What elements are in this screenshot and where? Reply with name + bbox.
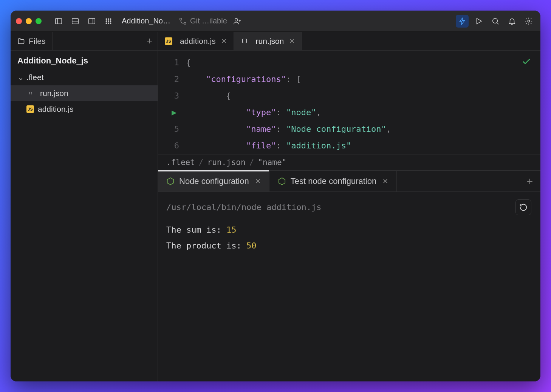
file-name: run.json bbox=[40, 89, 68, 98]
close-tab-icon[interactable]: ✕ bbox=[289, 37, 295, 45]
svg-line-21 bbox=[497, 22, 499, 24]
output-line: The sum is: 15 bbox=[166, 222, 532, 238]
add-panel-button[interactable]: + bbox=[147, 35, 152, 47]
add-run-tab-button[interactable]: + bbox=[527, 175, 533, 187]
grid-apps-icon[interactable] bbox=[102, 15, 115, 28]
folder-name: .fleet bbox=[26, 73, 44, 82]
rerun-button[interactable] bbox=[515, 199, 531, 215]
line-number: 2 bbox=[158, 71, 179, 88]
titlebar: Addition_No… Git …ilable bbox=[11, 11, 540, 32]
svg-point-9 bbox=[106, 20, 107, 22]
line-number-gutter: 1 2 3 ▶ 5 6 bbox=[158, 54, 186, 154]
minimize-window-button[interactable] bbox=[26, 18, 32, 24]
git-status[interactable]: Git …ilable bbox=[179, 17, 227, 25]
svg-point-15 bbox=[180, 18, 182, 20]
sidebar-tab-bar: Files + bbox=[11, 32, 158, 51]
run-tab-label: Test node configuration bbox=[291, 176, 377, 186]
svg-point-14 bbox=[110, 23, 111, 24]
line-number: 1 bbox=[158, 54, 179, 71]
panel-left-icon[interactable] bbox=[52, 15, 65, 28]
tab-label: run.json bbox=[256, 37, 284, 46]
breadcrumb-separator: / bbox=[199, 158, 204, 167]
project-root[interactable]: Addition_Node_js bbox=[11, 51, 158, 69]
svg-point-16 bbox=[184, 22, 186, 24]
app-window: Addition_No… Git …ilable Files + Additio… bbox=[11, 11, 540, 381]
run-gutter-icon[interactable]: ▶ bbox=[172, 104, 176, 121]
notifications-icon[interactable] bbox=[506, 15, 518, 28]
svg-point-20 bbox=[493, 18, 498, 23]
panel-right-icon[interactable] bbox=[85, 15, 98, 28]
breadcrumb-separator: / bbox=[249, 158, 254, 167]
tab-run-json[interactable]: run.json ✕ bbox=[234, 32, 302, 50]
run-command: /usr/local/bin/node addition.js bbox=[166, 199, 532, 215]
code-editor[interactable]: 1 2 3 ▶ 5 6 { "configurations": [ { "typ… bbox=[158, 51, 540, 154]
tab-addition-js[interactable]: JS addition.js ✕ bbox=[158, 32, 234, 50]
svg-marker-24 bbox=[279, 177, 285, 184]
window-controls bbox=[16, 18, 42, 24]
run-tab-node-config[interactable]: Node configuration ✕ bbox=[158, 171, 269, 191]
add-user-icon[interactable] bbox=[231, 15, 244, 28]
js-file-icon: JS bbox=[165, 37, 172, 45]
output-line: The product is: 50 bbox=[166, 238, 532, 254]
close-tab-icon[interactable]: ✕ bbox=[382, 177, 388, 185]
breadcrumb[interactable]: .fleet / run.json / "name" bbox=[158, 154, 540, 171]
window-title: Addition_No… bbox=[122, 17, 170, 25]
editor-tab-bar: JS addition.js ✕ run.json ✕ bbox=[158, 32, 540, 51]
file-tree: ⌄ .fleet run.json JS addition.js bbox=[11, 69, 158, 117]
nodejs-icon bbox=[166, 177, 175, 185]
run-output[interactable]: /usr/local/bin/node addition.js The sum … bbox=[158, 192, 540, 381]
svg-point-6 bbox=[106, 19, 107, 20]
tree-folder-fleet[interactable]: ⌄ .fleet bbox=[11, 69, 158, 85]
svg-point-7 bbox=[108, 19, 109, 20]
tree-file-addition-js[interactable]: JS addition.js bbox=[11, 101, 158, 117]
close-window-button[interactable] bbox=[16, 18, 22, 24]
files-tab-label: Files bbox=[29, 37, 45, 46]
svg-point-12 bbox=[106, 23, 107, 24]
files-tab[interactable]: Files bbox=[11, 32, 53, 50]
js-file-icon: JS bbox=[26, 105, 34, 113]
chevron-down-icon: ⌄ bbox=[17, 73, 26, 82]
svg-rect-0 bbox=[56, 18, 62, 24]
file-explorer: Files + Addition_Node_js ⌄ .fleet run.js… bbox=[11, 32, 158, 381]
run-icon[interactable] bbox=[472, 15, 485, 28]
tab-label: addition.js bbox=[180, 37, 216, 46]
git-label: Git …ilable bbox=[190, 17, 227, 25]
code-content[interactable]: { "configurations": [ { "type": "node", … bbox=[186, 54, 540, 154]
close-tab-icon[interactable]: ✕ bbox=[255, 177, 261, 185]
svg-rect-2 bbox=[72, 18, 79, 24]
run-tab-bar: Node configuration ✕ Test node configura… bbox=[158, 171, 540, 192]
smart-mode-icon[interactable] bbox=[456, 15, 469, 28]
svg-marker-23 bbox=[167, 177, 174, 184]
close-tab-icon[interactable]: ✕ bbox=[221, 37, 227, 45]
run-tab-label: Node configuration bbox=[179, 176, 249, 186]
svg-point-17 bbox=[235, 18, 237, 21]
breadcrumb-segment[interactable]: run.json bbox=[207, 158, 246, 167]
editor-area: JS addition.js ✕ run.json ✕ 1 2 3 ▶ 5 bbox=[158, 32, 540, 381]
search-icon[interactable] bbox=[489, 15, 502, 28]
nodejs-icon bbox=[278, 177, 286, 185]
breadcrumb-segment[interactable]: "name" bbox=[258, 158, 286, 167]
line-number: 3 bbox=[158, 88, 179, 104]
json-file-icon bbox=[241, 37, 248, 45]
svg-point-13 bbox=[108, 23, 109, 24]
svg-point-11 bbox=[110, 20, 111, 22]
svg-rect-4 bbox=[89, 18, 95, 24]
breadcrumb-segment[interactable]: .fleet bbox=[166, 158, 195, 167]
maximize-window-button[interactable] bbox=[36, 18, 42, 24]
line-number: 6 bbox=[158, 137, 179, 154]
svg-point-8 bbox=[110, 19, 111, 20]
tree-file-run-json[interactable]: run.json bbox=[11, 85, 158, 101]
panel-bottom-icon[interactable] bbox=[69, 15, 82, 28]
line-number: 5 bbox=[158, 121, 179, 137]
file-name: addition.js bbox=[38, 105, 74, 114]
svg-point-22 bbox=[528, 20, 530, 22]
settings-icon[interactable] bbox=[522, 15, 535, 28]
problems-ok-icon[interactable] bbox=[522, 57, 531, 68]
svg-point-10 bbox=[108, 20, 109, 22]
json-file-icon bbox=[29, 90, 36, 97]
run-tab-test-node-config[interactable]: Test node configuration ✕ bbox=[269, 171, 397, 191]
